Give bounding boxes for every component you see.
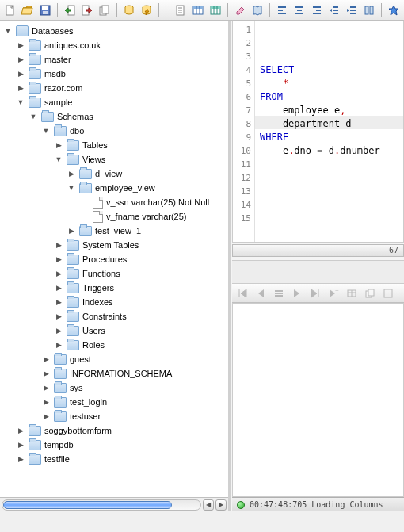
tree-row[interactable]: ▶guest bbox=[0, 352, 228, 366]
chevron-right-icon[interactable]: ▶ bbox=[67, 227, 76, 235]
chevron-down-icon[interactable]: ▼ bbox=[54, 155, 63, 163]
chevron-right-icon[interactable]: ▶ bbox=[41, 369, 51, 377]
chevron-right-icon[interactable]: ▶ bbox=[54, 284, 63, 292]
chevron-right-icon[interactable]: ▶ bbox=[67, 170, 76, 178]
chevron-right-icon[interactable]: ▶ bbox=[54, 341, 63, 349]
rs-prev-icon[interactable] bbox=[253, 286, 268, 300]
rs-first-icon[interactable] bbox=[235, 286, 250, 300]
rs-export-icon[interactable] bbox=[381, 286, 395, 300]
tree-row[interactable]: ▶antiques.co.uk bbox=[0, 38, 228, 52]
tree-row[interactable]: ▼dbo bbox=[0, 124, 228, 138]
tree-label: Triggers bbox=[82, 283, 114, 293]
tree-row[interactable]: ▶INFORMATION_SCHEMA bbox=[0, 366, 228, 381]
chevron-down-icon[interactable]: ▼ bbox=[29, 113, 38, 121]
rs-next-icon[interactable] bbox=[290, 286, 304, 300]
chevron-right-icon[interactable]: ▶ bbox=[16, 41, 25, 49]
chevron-right-icon[interactable]: ▶ bbox=[41, 355, 51, 363]
chevron-right-icon[interactable]: ▶ bbox=[41, 398, 51, 406]
chevron-right-icon[interactable]: ▶ bbox=[16, 55, 25, 63]
open-folder-icon[interactable] bbox=[21, 3, 35, 17]
chevron-right-icon[interactable]: ▶ bbox=[54, 141, 63, 149]
tree-row[interactable]: ▶v_ssn varchar(25) Not Null bbox=[0, 195, 228, 209]
tree-row[interactable]: ▶System Tables bbox=[0, 238, 228, 252]
tree-row[interactable]: ▶Constraints bbox=[0, 309, 228, 323]
tree-row[interactable]: ▶Indexes bbox=[0, 295, 228, 309]
tree-row[interactable]: ▶master bbox=[0, 52, 228, 67]
tree-row[interactable]: ▶razor.com bbox=[0, 81, 228, 95]
table-teal-icon[interactable] bbox=[208, 3, 223, 17]
tree-row[interactable]: ▼Databases bbox=[0, 24, 228, 38]
tree-row[interactable]: ▶v_fname varchar(25) bbox=[0, 209, 228, 224]
doc-icon[interactable] bbox=[173, 3, 188, 17]
rs-rows-icon[interactable] bbox=[272, 286, 286, 300]
indent-more-icon[interactable] bbox=[345, 3, 359, 17]
align-left-icon[interactable] bbox=[275, 3, 289, 17]
chevron-down-icon[interactable]: ▼ bbox=[41, 127, 51, 135]
tree-row[interactable]: ▼employee_view bbox=[0, 181, 228, 195]
table-blue-icon[interactable] bbox=[191, 3, 205, 17]
export-icon[interactable] bbox=[80, 3, 94, 17]
tree-row[interactable]: ▶d_view bbox=[0, 166, 228, 181]
import-icon[interactable] bbox=[63, 3, 77, 17]
chevron-down-icon[interactable]: ▼ bbox=[3, 27, 13, 35]
chevron-right-icon[interactable]: ▶ bbox=[16, 441, 25, 449]
tree-row[interactable]: ▶soggybottomfarm bbox=[0, 423, 228, 438]
chevron-right-icon[interactable]: ▶ bbox=[16, 84, 25, 92]
tree-row[interactable]: ▶testfile bbox=[0, 452, 228, 466]
tree-row[interactable]: ▶Users bbox=[0, 323, 228, 338]
rs-copy-icon[interactable] bbox=[363, 286, 377, 300]
chevron-right-icon[interactable]: ▶ bbox=[54, 298, 63, 306]
tree-row[interactable]: ▶test_login bbox=[0, 395, 228, 409]
results-panel[interactable] bbox=[232, 303, 404, 497]
rs-last-icon[interactable] bbox=[308, 286, 322, 300]
chevron-down-icon[interactable]: ▼ bbox=[16, 98, 25, 106]
hscroll-right-icon[interactable]: ▶ bbox=[215, 499, 227, 511]
tree-row[interactable]: ▶test_view_1 bbox=[0, 224, 228, 238]
tree-row[interactable]: ▼Schemas bbox=[0, 109, 228, 124]
chevron-down-icon[interactable]: ▼ bbox=[67, 184, 76, 192]
copy-stack-icon[interactable] bbox=[97, 3, 112, 17]
tree-horizontal-scrollbar[interactable]: ◀ ▶ bbox=[0, 497, 228, 511]
tree-row[interactable]: ▶Triggers bbox=[0, 281, 228, 295]
chevron-right-icon[interactable]: ▶ bbox=[16, 427, 25, 434]
chevron-right-icon[interactable]: ▶ bbox=[41, 412, 51, 420]
db-lightning-icon[interactable] bbox=[139, 3, 154, 17]
tree-row[interactable]: ▶testuser bbox=[0, 409, 228, 423]
book-icon[interactable] bbox=[250, 3, 265, 17]
editor-code-area[interactable]: SELECT *FROM employee e, department dWHE… bbox=[255, 21, 403, 242]
columns-icon[interactable] bbox=[362, 3, 376, 17]
star-blue-icon[interactable] bbox=[387, 3, 401, 17]
rs-table-icon[interactable] bbox=[345, 286, 359, 300]
folder-icon bbox=[79, 183, 92, 193]
chevron-right-icon[interactable]: ▶ bbox=[16, 455, 25, 463]
hscroll-track[interactable] bbox=[2, 499, 201, 511]
tree-body[interactable]: ▼Databases▶antiques.co.uk▶master▶msdb▶ra… bbox=[0, 21, 228, 497]
tree-row[interactable]: ▼Views bbox=[0, 152, 228, 166]
align-right-icon[interactable] bbox=[310, 3, 324, 17]
sql-editor[interactable]: 123456789101112131415 SELECT *FROM emplo… bbox=[232, 21, 404, 243]
save-icon[interactable] bbox=[38, 3, 52, 17]
hscroll-thumb[interactable] bbox=[3, 501, 172, 509]
chevron-right-icon[interactable]: ▶ bbox=[54, 255, 63, 263]
rs-add-icon[interactable]: + bbox=[326, 286, 341, 300]
tree-row[interactable]: ▶Tables bbox=[0, 138, 228, 152]
tree-row[interactable]: ▶Roles bbox=[0, 338, 228, 352]
tree-row[interactable]: ▶msdb bbox=[0, 67, 228, 81]
chevron-right-icon[interactable]: ▶ bbox=[54, 312, 63, 320]
hscroll-left-icon[interactable]: ◀ bbox=[203, 499, 214, 511]
tree-row[interactable]: ▶sys bbox=[0, 381, 228, 395]
tree-row[interactable]: ▶tempdb bbox=[0, 438, 228, 452]
chevron-right-icon[interactable]: ▶ bbox=[16, 70, 25, 78]
chevron-right-icon[interactable]: ▶ bbox=[54, 327, 63, 335]
tree-row[interactable]: ▼sample bbox=[0, 95, 228, 109]
db-cylinder-icon[interactable] bbox=[122, 3, 136, 17]
chevron-right-icon[interactable]: ▶ bbox=[41, 384, 51, 392]
align-center-icon[interactable] bbox=[292, 3, 307, 17]
chevron-right-icon[interactable]: ▶ bbox=[54, 270, 63, 277]
chevron-right-icon[interactable]: ▶ bbox=[54, 241, 63, 249]
new-file-icon[interactable] bbox=[3, 3, 17, 17]
tree-row[interactable]: ▶Functions bbox=[0, 266, 228, 281]
tree-row[interactable]: ▶Procedures bbox=[0, 252, 228, 266]
indent-less-icon[interactable] bbox=[327, 3, 341, 17]
eraser-icon[interactable] bbox=[233, 3, 247, 17]
